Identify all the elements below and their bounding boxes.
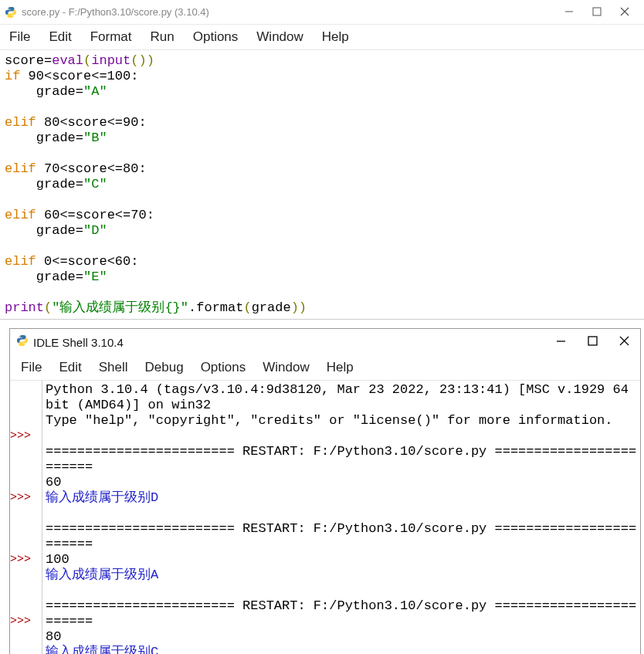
shell-window: IDLE Shell 3.10.4 File Edit Shell Debug …	[9, 328, 641, 654]
python-icon	[5, 6, 17, 19]
shell-gutter: >>> >>> >>> >>>	[10, 381, 42, 654]
editor-window-controls	[562, 6, 639, 19]
menu-run[interactable]: Run	[151, 29, 175, 45]
svg-rect-5	[588, 337, 597, 345]
menu-help[interactable]: Help	[322, 29, 349, 45]
menu-window[interactable]: Window	[256, 29, 303, 45]
shell-output[interactable]: Python 3.10.4 (tags/v3.10.4:9d38120, Mar…	[42, 381, 640, 654]
python-icon	[16, 334, 29, 350]
code-editor[interactable]: score=eval(input()) if 90<score<=100: gr…	[0, 50, 644, 320]
shell-body[interactable]: >>> >>> >>> >>> Python 3.10.4 (tags/v3.1…	[10, 381, 640, 654]
output-line: 输入成绩属于级别A	[46, 568, 158, 582]
menu-window[interactable]: Window	[263, 360, 309, 375]
menu-edit[interactable]: Edit	[49, 29, 71, 45]
menu-options[interactable]: Options	[201, 360, 246, 375]
editor-window: score.py - F:/Python3.10/score.py (3.10.…	[0, 0, 644, 320]
maximize-icon[interactable]	[588, 335, 598, 349]
output-line: 输入成绩属于级别C	[46, 645, 158, 654]
minimize-icon[interactable]	[556, 335, 566, 349]
python-banner: Python 3.10.4 (tags/v3.10.4:9d38120, Mar…	[46, 382, 636, 412]
shell-menubar: File Edit Shell Debug Options Window Hel…	[10, 355, 640, 381]
menu-file[interactable]: File	[9, 29, 30, 45]
menu-format[interactable]: Format	[90, 29, 132, 45]
menu-debug[interactable]: Debug	[145, 360, 184, 375]
restart-line: ======================== RESTART: F:/Pyt…	[46, 598, 636, 629]
menu-file[interactable]: File	[21, 360, 42, 375]
menu-options[interactable]: Options	[193, 29, 239, 45]
output-line: 输入成绩属于级别D	[46, 490, 158, 505]
restart-line: ======================== RESTART: F:/Pyt…	[46, 521, 636, 551]
input-value: 100	[46, 552, 69, 567]
shell-titlebar[interactable]: IDLE Shell 3.10.4	[10, 329, 640, 355]
menu-shell[interactable]: Shell	[99, 360, 128, 375]
prompt: >>>	[10, 429, 42, 444]
shell-window-controls	[556, 335, 634, 349]
menu-edit[interactable]: Edit	[59, 360, 81, 375]
editor-title: score.py - F:/Python3.10/score.py (3.10.…	[22, 6, 562, 18]
prompt: >>>	[10, 490, 42, 506]
prompt: >>>	[10, 614, 42, 629]
menu-help[interactable]: Help	[327, 360, 354, 375]
shell-title: IDLE Shell 3.10.4	[33, 336, 551, 349]
maximize-icon[interactable]	[590, 6, 604, 19]
prompt: >>>	[10, 552, 42, 568]
restart-line: ======================== RESTART: F:/Pyt…	[46, 444, 636, 474]
close-icon[interactable]	[619, 335, 629, 349]
editor-menubar: File Edit Format Run Options Window Help	[0, 25, 644, 50]
svg-rect-1	[593, 8, 601, 15]
input-value: 80	[46, 629, 61, 644]
editor-titlebar[interactable]: score.py - F:/Python3.10/score.py (3.10.…	[0, 0, 644, 25]
input-value: 60	[46, 475, 61, 490]
minimize-icon[interactable]	[562, 6, 576, 19]
python-banner-help: Type "help", "copyright", "credits" or "…	[46, 413, 613, 428]
close-icon[interactable]	[618, 6, 632, 19]
